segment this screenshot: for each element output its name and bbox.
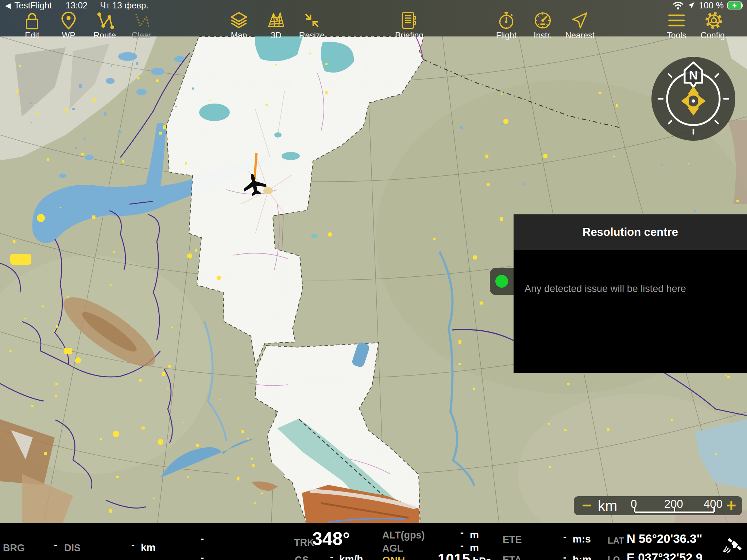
location-arrow-icon bbox=[687, 1, 695, 9]
toolbar-label-clear: Clear bbox=[120, 31, 163, 40]
scale-ruler bbox=[574, 496, 742, 515]
agl-label: AGL bbox=[382, 544, 403, 553]
navigation-arrow-icon bbox=[570, 10, 590, 32]
zoom-in-button[interactable]: + bbox=[723, 496, 739, 515]
status-ok-dot bbox=[495, 275, 508, 288]
lock-icon bbox=[22, 10, 42, 32]
dis-unit: km bbox=[141, 542, 155, 553]
gs-unit: km/h bbox=[339, 554, 363, 560]
north-label: N bbox=[689, 68, 698, 82]
ete-unit: m:s bbox=[573, 534, 591, 544]
qnh-unit: hPa bbox=[473, 556, 491, 560]
battery-icon bbox=[727, 1, 743, 9]
toolbar-button-resize[interactable]: Resize bbox=[290, 12, 334, 40]
toolbar-label-config: Config. bbox=[692, 31, 736, 40]
gs-label: GS bbox=[295, 555, 309, 560]
terrain-mesh-icon bbox=[266, 10, 286, 32]
alt-unit: m bbox=[470, 530, 479, 540]
status-date: Чт 13 февр. bbox=[100, 0, 148, 11]
toolbar-label-briefing: Briefing bbox=[387, 31, 431, 40]
gear-icon bbox=[704, 10, 724, 32]
menu-lines-icon bbox=[666, 10, 687, 32]
dis-value: - bbox=[131, 540, 135, 550]
collapse-arrows-icon bbox=[302, 10, 322, 32]
map-scale-bar: − km 0 200 400 + bbox=[574, 496, 742, 515]
route-dotted-icon bbox=[131, 10, 152, 32]
resolution-centre-message: Any detected issue will be listed here bbox=[525, 283, 747, 295]
toolbar-button-config[interactable]: Config. bbox=[692, 12, 736, 40]
flight-data-bar: BRG - DIS - km - - TRK 348° GS - km/h AL… bbox=[0, 523, 747, 560]
stopwatch-icon bbox=[496, 10, 516, 32]
back-to-app-label[interactable]: TestFlight bbox=[14, 0, 52, 11]
extra-top-value: - bbox=[201, 534, 204, 544]
lat-label: LAT bbox=[608, 536, 624, 545]
toolbar-button-clear[interactable]: Clear bbox=[120, 12, 163, 40]
route-icon bbox=[94, 10, 115, 32]
top-toolbar: ◀ TestFlight 13:02 Чт 13 февр. 100 % bbox=[0, 0, 747, 36]
alt-value: - bbox=[460, 528, 464, 538]
lo-value: E 037°32'52.9 bbox=[627, 552, 703, 560]
resolution-centre-body: Any detected issue will be listed here bbox=[514, 250, 747, 373]
qnh-value: 1015 bbox=[438, 552, 470, 560]
gauge-icon bbox=[533, 10, 553, 32]
eta-unit: h:m bbox=[573, 555, 591, 560]
status-time: 13:02 bbox=[66, 0, 88, 11]
eta-label: ETA bbox=[503, 555, 522, 560]
toolbar-label-resize: Resize bbox=[290, 31, 334, 40]
map-pin-icon bbox=[58, 10, 79, 32]
resolution-centre-tab[interactable] bbox=[490, 268, 514, 295]
notebook-icon bbox=[399, 10, 419, 32]
resolution-centre-panel: Resolution centre Any detected issue wil… bbox=[514, 214, 747, 373]
resolution-centre-title: Resolution centre bbox=[582, 226, 678, 239]
brg-value: - bbox=[54, 540, 57, 550]
ete-label: ETE bbox=[503, 535, 522, 545]
qnh-label: QNH bbox=[382, 555, 405, 560]
toolbar-button-briefing[interactable]: Briefing bbox=[387, 12, 431, 40]
resolution-centre-header: Resolution centre bbox=[514, 214, 747, 250]
toolbar-label-nearest: Nearest bbox=[558, 31, 602, 40]
lat-value: N 56°20'36.3" bbox=[627, 533, 702, 545]
brg-label: BRG bbox=[3, 543, 25, 553]
lo-label: LO bbox=[608, 555, 620, 560]
back-to-app-icon[interactable]: ◀ bbox=[5, 1, 11, 10]
trk-label: TRK bbox=[294, 538, 314, 548]
extra-bottom-value: - bbox=[201, 553, 204, 560]
gs-value: - bbox=[330, 552, 333, 560]
ete-value: - bbox=[563, 532, 566, 542]
app-screen: ◀ TestFlight 13:02 Чт 13 февр. 100 % bbox=[0, 0, 747, 560]
agl-value: - bbox=[460, 541, 464, 551]
compass-widget[interactable]: N bbox=[651, 57, 736, 141]
wifi-icon bbox=[673, 1, 684, 10]
layers-icon bbox=[229, 10, 249, 32]
alt-label: ALT(gps) bbox=[382, 530, 425, 540]
agl-unit: m bbox=[470, 543, 479, 553]
eta-value: - bbox=[563, 553, 566, 560]
status-bar: ◀ TestFlight 13:02 Чт 13 февр. 100 % bbox=[0, 0, 747, 11]
toolbar-button-nearest[interactable]: Nearest bbox=[558, 12, 602, 40]
trk-value: 348° bbox=[312, 530, 350, 548]
battery-percent: 100 % bbox=[699, 0, 724, 11]
dis-label: DIS bbox=[64, 543, 81, 553]
gps-satellite-icon bbox=[722, 537, 743, 557]
